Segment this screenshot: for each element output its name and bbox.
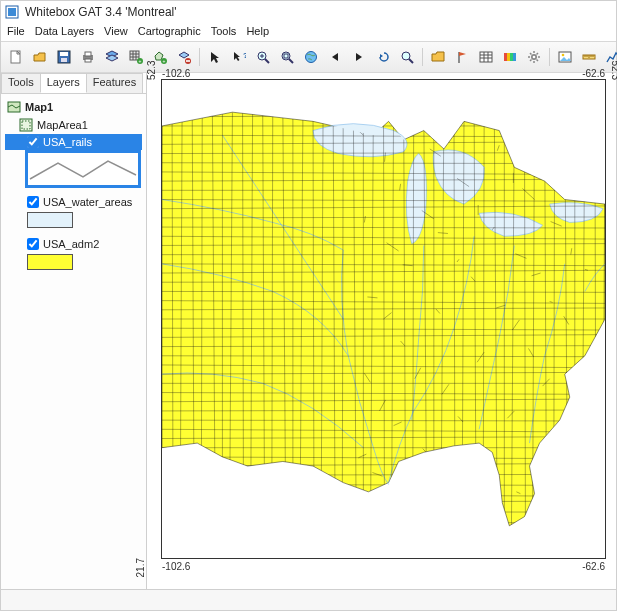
map-frame[interactable]: -102.6 -62.6 -102.6 -62.6 52.3 21.7 52.3… bbox=[161, 79, 606, 559]
preferences-button[interactable] bbox=[523, 46, 545, 68]
pointer-button[interactable] bbox=[204, 46, 226, 68]
identify-button[interactable]: ? bbox=[228, 46, 250, 68]
layer-rails-label: USA_rails bbox=[43, 136, 92, 148]
gear-icon bbox=[527, 50, 541, 64]
svg-text:+: + bbox=[139, 58, 142, 64]
tree-map-root[interactable]: Map1 bbox=[5, 98, 142, 116]
svg-line-26 bbox=[289, 59, 293, 63]
remove-layer-button[interactable] bbox=[173, 46, 195, 68]
menu-help[interactable]: Help bbox=[246, 25, 269, 37]
axis-lat-max-right: 52.3 bbox=[610, 61, 617, 80]
svg-rect-19 bbox=[186, 60, 190, 62]
window-title: Whitebox GAT 3.4 'Montreal' bbox=[25, 5, 177, 19]
svg-line-217 bbox=[591, 185, 592, 194]
add-raster-button[interactable]: + bbox=[125, 46, 147, 68]
zoom-in-button[interactable] bbox=[252, 46, 274, 68]
svg-rect-39 bbox=[510, 53, 513, 61]
layers-button[interactable] bbox=[101, 46, 123, 68]
separator-icon bbox=[199, 48, 200, 66]
pan-right-button[interactable] bbox=[348, 46, 370, 68]
axis-lon-min-bottom: -102.6 bbox=[162, 561, 190, 572]
titlebar: Whitebox GAT 3.4 'Montreal' bbox=[1, 1, 616, 23]
magnifier-icon bbox=[400, 50, 414, 64]
svg-line-48 bbox=[530, 60, 532, 62]
svg-line-165 bbox=[587, 427, 591, 429]
svg-line-157 bbox=[162, 528, 605, 531]
svg-rect-37 bbox=[504, 53, 507, 61]
measure-button[interactable] bbox=[578, 46, 600, 68]
svg-line-22 bbox=[265, 59, 269, 63]
layer-water-label: USA_water_areas bbox=[43, 196, 132, 208]
table-icon bbox=[479, 50, 493, 64]
open-button[interactable] bbox=[29, 46, 51, 68]
tab-layers[interactable]: Layers bbox=[40, 73, 87, 93]
menu-data-layers[interactable]: Data Layers bbox=[35, 25, 94, 37]
menu-cartographic[interactable]: Cartographic bbox=[138, 25, 201, 37]
attribute-table-button[interactable] bbox=[475, 46, 497, 68]
palette-button[interactable] bbox=[499, 46, 521, 68]
layer-adm-swatch-row bbox=[5, 252, 142, 278]
print-button[interactable] bbox=[77, 46, 99, 68]
menu-file[interactable]: File bbox=[7, 25, 25, 37]
tree-layer-adm[interactable]: USA_adm2 bbox=[5, 236, 142, 252]
svg-rect-38 bbox=[507, 53, 510, 61]
axis-lon-min-top: -102.6 bbox=[162, 68, 190, 79]
menu-tools[interactable]: Tools bbox=[211, 25, 237, 37]
tree-layer-rails[interactable]: USA_rails bbox=[5, 134, 142, 150]
zoom-full-button[interactable] bbox=[276, 46, 298, 68]
page-icon bbox=[9, 50, 23, 64]
svg-rect-1 bbox=[8, 8, 16, 16]
svg-line-175 bbox=[465, 512, 476, 519]
svg-point-50 bbox=[533, 56, 536, 59]
svg-text:+: + bbox=[163, 58, 166, 64]
map-canvas[interactable] bbox=[162, 80, 605, 558]
separator-icon bbox=[422, 48, 423, 66]
layer-adm-checkbox[interactable] bbox=[27, 238, 39, 250]
svg-line-216 bbox=[544, 142, 554, 146]
prev-extent-button[interactable] bbox=[372, 46, 394, 68]
svg-line-197 bbox=[571, 405, 577, 414]
layer-adm-label: USA_adm2 bbox=[43, 238, 99, 250]
tree-layer-water[interactable]: USA_water_areas bbox=[5, 194, 142, 210]
layer-rails-swatch-row bbox=[5, 150, 142, 194]
export-image-button[interactable] bbox=[554, 46, 576, 68]
axis-lon-max-bottom: -62.6 bbox=[582, 561, 605, 572]
svg-line-156 bbox=[162, 521, 605, 523]
layers-icon bbox=[105, 50, 119, 64]
history-icon bbox=[376, 50, 390, 64]
pan-left-button[interactable] bbox=[324, 46, 346, 68]
svg-line-30 bbox=[409, 59, 413, 63]
layer-water-swatch[interactable] bbox=[27, 212, 73, 228]
zoom-box-button[interactable] bbox=[396, 46, 418, 68]
ruler-icon bbox=[582, 50, 596, 64]
main-area: Tools Layers Features Map1 MapArea1 bbox=[1, 73, 616, 589]
menu-view[interactable]: View bbox=[104, 25, 128, 37]
svg-point-25 bbox=[282, 52, 290, 60]
working-dir-button[interactable] bbox=[427, 46, 449, 68]
tab-features[interactable]: Features bbox=[86, 73, 143, 93]
map-area: -102.6 -62.6 -102.6 -62.6 52.3 21.7 52.3… bbox=[147, 73, 616, 589]
app-window: Whitebox GAT 3.4 'Montreal' File Data La… bbox=[0, 0, 617, 611]
layer-adm-swatch[interactable] bbox=[27, 254, 73, 270]
tab-tools[interactable]: Tools bbox=[1, 73, 41, 93]
svg-rect-4 bbox=[60, 52, 68, 56]
layer-rails-checkbox[interactable] bbox=[27, 136, 39, 148]
globe-button[interactable] bbox=[300, 46, 322, 68]
flag-icon bbox=[455, 50, 469, 64]
save-button[interactable] bbox=[53, 46, 75, 68]
svg-line-46 bbox=[530, 53, 532, 55]
new-button[interactable] bbox=[5, 46, 27, 68]
tree-map-label: Map1 bbox=[25, 101, 53, 113]
floppy-icon bbox=[57, 50, 71, 64]
side-panel: Tools Layers Features Map1 MapArea1 bbox=[1, 73, 147, 589]
folder-icon bbox=[431, 50, 445, 64]
toolbar: + + ? ? bbox=[1, 41, 616, 73]
layer-rails-swatch[interactable] bbox=[27, 152, 139, 186]
tree-map-area[interactable]: MapArea1 bbox=[5, 116, 142, 134]
svg-line-49 bbox=[537, 53, 539, 55]
svg-line-191 bbox=[579, 505, 589, 509]
axis-lon-max-top: -62.6 bbox=[582, 68, 605, 79]
layer-water-checkbox[interactable] bbox=[27, 196, 39, 208]
layer-tree: Map1 MapArea1 USA_rails bbox=[1, 94, 146, 282]
bookmark-button[interactable] bbox=[451, 46, 473, 68]
